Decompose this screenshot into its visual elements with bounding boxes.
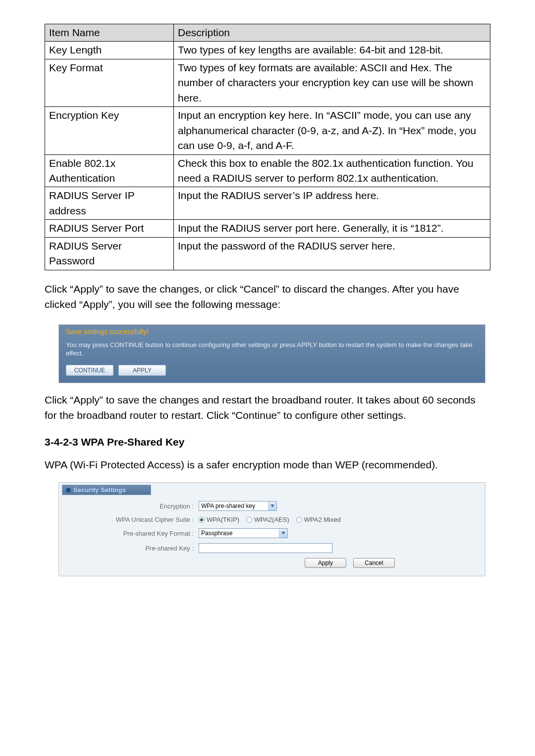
cipher-label: WPA2(AES) <box>254 516 289 523</box>
item-description: Input the RADIUS server port here. Gener… <box>174 220 490 237</box>
radio-icon <box>246 517 252 523</box>
item-description: Check this box to enable the 802.1x auth… <box>174 154 490 187</box>
cipher-suite-label: WPA Unicast Cipher Suite : <box>70 516 194 523</box>
table-row: Encryption Key Input an encryption key h… <box>45 107 490 154</box>
item-description: Input the password of the RADIUS server … <box>174 237 490 270</box>
radio-icon <box>199 517 205 523</box>
chevron-down-icon <box>279 529 287 538</box>
security-cancel-button[interactable]: Cancel <box>353 558 395 568</box>
item-description: Input the RADIUS server’s IP address her… <box>174 187 490 220</box>
item-description: Input an encryption key here. In “ASCII”… <box>174 107 490 154</box>
preshared-key-label: Pre-shared Key : <box>70 545 194 552</box>
item-name: RADIUS Server Password <box>45 237 174 270</box>
apply-button[interactable]: APPLY <box>118 365 166 376</box>
table-row: Key Format Two types of key formats are … <box>45 59 490 106</box>
cipher-option-wpa-tkip[interactable]: WPA(TKIP) <box>199 516 239 523</box>
security-settings-header: Security Settings <box>62 485 151 495</box>
preshared-format-label: Pre-shared Key Format : <box>70 530 194 537</box>
table-row: RADIUS Server Password Input the passwor… <box>45 237 490 270</box>
save-settings-title: Save settings successfully! <box>66 328 480 336</box>
item-name: Enable 802.1x Authentication <box>45 154 174 187</box>
item-name: Key Length <box>45 42 174 59</box>
item-description-table: Item Name Description Key Length Two typ… <box>45 24 490 270</box>
security-apply-button[interactable]: Apply <box>305 558 346 568</box>
section-heading-wpa-psk: 3-4-2-3 WPA Pre-Shared Key <box>45 436 490 448</box>
security-settings-title: Security Settings <box>73 486 126 494</box>
paragraph-apply-cancel: Click “Apply” to save the changes, or cl… <box>45 281 490 312</box>
table-row: Key Length Two types of key lengths are … <box>45 42 490 59</box>
item-name: RADIUS Server IP address <box>45 187 174 220</box>
encryption-select[interactable]: WPA pre-shared key <box>199 501 277 511</box>
continue-button[interactable]: CONTINUE <box>66 365 113 376</box>
table-row: Enable 802.1x Authentication Check this … <box>45 154 490 187</box>
bullet-icon <box>66 488 70 492</box>
save-settings-message: You may press CONTINUE button to continu… <box>66 341 480 358</box>
security-settings-panel: Security Settings Encryption : WPA pre-s… <box>58 482 485 576</box>
preshared-format-value: Passphrase <box>201 530 232 537</box>
svg-marker-0 <box>270 504 274 507</box>
item-name: RADIUS Server Port <box>45 220 174 237</box>
radio-icon <box>296 517 302 523</box>
cipher-label: WPA(TKIP) <box>207 516 239 523</box>
paragraph-wpa-intro: WPA (Wi-Fi Protected Access) is a safer … <box>45 457 490 473</box>
save-settings-panel: Save settings successfully! You may pres… <box>58 324 485 383</box>
item-name: Key Format <box>45 59 174 106</box>
item-description: Two types of key lengths are available: … <box>174 42 490 59</box>
table-header-description: Description <box>174 24 490 42</box>
paragraph-restart: Click “Apply” to save the changes and re… <box>45 392 490 423</box>
encryption-value: WPA pre-shared key <box>201 503 255 509</box>
preshared-key-input[interactable] <box>199 543 332 553</box>
encryption-label: Encryption : <box>70 503 194 510</box>
item-description: Two types of key formats are available: … <box>174 59 490 106</box>
table-row: RADIUS Server Port Input the RADIUS serv… <box>45 220 490 237</box>
table-header-item: Item Name <box>45 24 174 42</box>
cipher-option-wpa2-aes[interactable]: WPA2(AES) <box>246 516 289 523</box>
cipher-option-wpa2-mixed[interactable]: WPA2 Mixed <box>296 516 341 523</box>
table-row: RADIUS Server IP address Input the RADIU… <box>45 187 490 220</box>
svg-marker-1 <box>281 532 285 535</box>
item-name: Encryption Key <box>45 107 174 154</box>
chevron-down-icon <box>268 502 276 510</box>
cipher-label: WPA2 Mixed <box>304 516 341 523</box>
preshared-format-select[interactable]: Passphrase <box>199 528 288 538</box>
